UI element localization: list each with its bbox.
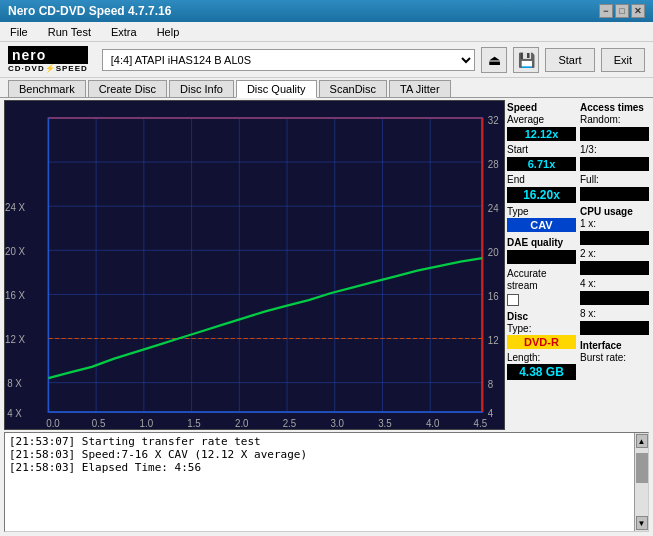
disc-type-header: Disc	[507, 311, 576, 322]
interface-label: Interface	[580, 340, 649, 351]
title-bar-controls: − □ ✕	[599, 4, 645, 18]
svg-text:1.5: 1.5	[187, 418, 201, 429]
speed-label: Speed	[507, 102, 576, 113]
accurate-label: Accurate	[507, 268, 576, 279]
svg-text:0.5: 0.5	[92, 418, 106, 429]
eject-icon-button[interactable]: ⏏	[481, 47, 507, 73]
content-area: 4 X 8 X 12 X 16 X 20 X 24 X 32 28 24 20 …	[0, 98, 653, 432]
nero-logo: nero CD·DVD⚡SPEED	[8, 46, 88, 73]
dae-label: DAE quality	[507, 237, 576, 248]
scroll-thumb[interactable]	[636, 453, 648, 483]
start-button[interactable]: Start	[545, 48, 594, 72]
chart-svg: 4 X 8 X 12 X 16 X 20 X 24 X 32 28 24 20 …	[5, 101, 504, 429]
log-entry-0: [21:53:07] Starting transfer rate test	[9, 435, 630, 448]
chart-container: 4 X 8 X 12 X 16 X 20 X 24 X 32 28 24 20 …	[4, 100, 505, 430]
svg-text:4: 4	[488, 407, 494, 418]
cpu-2x-label: 2 x:	[580, 248, 649, 259]
svg-text:8 X: 8 X	[7, 378, 22, 389]
nero-logo-top: nero	[8, 46, 88, 64]
length-label: Length:	[507, 352, 576, 363]
tab-create-disc[interactable]: Create Disc	[88, 80, 167, 97]
scroll-down-arrow[interactable]: ▼	[636, 516, 648, 530]
menu-bar: File Run Test Extra Help	[0, 22, 653, 42]
svg-text:20: 20	[488, 247, 499, 258]
svg-text:24 X: 24 X	[5, 202, 25, 213]
svg-text:3.0: 3.0	[330, 418, 344, 429]
drive-selector[interactable]: [4:4] ATAPI iHAS124 B AL0S	[102, 49, 476, 71]
scroll-up-arrow[interactable]: ▲	[636, 434, 648, 448]
cpu-4x-label: 4 x:	[580, 278, 649, 289]
log-entry-1: [21:58:03] Speed:7-16 X CAV (12.12 X ave…	[9, 448, 630, 461]
menu-run-test[interactable]: Run Test	[42, 24, 97, 40]
svg-text:16 X: 16 X	[5, 290, 25, 301]
menu-file[interactable]: File	[4, 24, 34, 40]
log-area: [21:53:07] Starting transfer rate test […	[4, 432, 649, 532]
dae-value-box	[507, 250, 576, 264]
svg-text:12 X: 12 X	[5, 334, 25, 345]
disc-type-value: DVD-R	[507, 335, 576, 349]
tab-disc-info[interactable]: Disc Info	[169, 80, 234, 97]
tab-benchmark[interactable]: Benchmark	[8, 80, 86, 97]
accurate-stream-checkbox[interactable]	[507, 294, 519, 306]
maximize-button[interactable]: □	[615, 4, 629, 18]
svg-rect-0	[5, 101, 504, 429]
nero-logo-bottom: CD·DVD⚡SPEED	[8, 64, 88, 73]
stream-label: stream	[507, 280, 576, 291]
tab-disc-quality[interactable]: Disc Quality	[236, 80, 317, 98]
start-value: 6.71x	[507, 157, 576, 171]
tab-ta-jitter[interactable]: TA Jitter	[389, 80, 451, 97]
svg-text:1.0: 1.0	[140, 418, 154, 429]
average-value: 12.12x	[507, 127, 576, 141]
accurate-stream-checkbox-row	[507, 294, 576, 306]
svg-text:8: 8	[488, 379, 494, 390]
minimize-button[interactable]: −	[599, 4, 613, 18]
svg-text:28: 28	[488, 159, 499, 170]
svg-text:16: 16	[488, 291, 499, 302]
random-label: Random:	[580, 114, 649, 125]
svg-text:2.5: 2.5	[283, 418, 297, 429]
svg-text:4 X: 4 X	[7, 407, 22, 418]
disc-type-label: Type:	[507, 323, 576, 334]
end-label: End	[507, 174, 576, 185]
svg-text:0.0: 0.0	[46, 418, 60, 429]
access-times-label: Access times	[580, 102, 649, 113]
one-third-label: 1/3:	[580, 144, 649, 155]
save-icon-button[interactable]: 💾	[513, 47, 539, 73]
right-panel: Speed Average 12.12x Start 6.71x End 16.…	[505, 98, 653, 432]
app-window: Nero CD-DVD Speed 4.7.7.16 − □ ✕ File Ru…	[0, 0, 653, 536]
type-label: Type	[507, 206, 576, 217]
svg-text:4.0: 4.0	[426, 418, 440, 429]
svg-text:12: 12	[488, 335, 499, 346]
random-value	[580, 127, 649, 141]
cpu-1x-value	[580, 231, 649, 245]
close-button[interactable]: ✕	[631, 4, 645, 18]
type-value: CAV	[507, 218, 576, 232]
svg-text:4.5: 4.5	[474, 418, 488, 429]
end-value: 16.20x	[507, 187, 576, 203]
tab-scan-disc[interactable]: ScanDisc	[319, 80, 387, 97]
svg-text:24: 24	[488, 203, 499, 214]
app-title: Nero CD-DVD Speed 4.7.7.16	[8, 4, 599, 18]
tabs-bar: Benchmark Create Disc Disc Info Disc Qua…	[0, 78, 653, 98]
cpu-8x-value	[580, 321, 649, 335]
cpu-8x-label: 8 x:	[580, 308, 649, 319]
svg-text:2.0: 2.0	[235, 418, 249, 429]
full-value	[580, 187, 649, 201]
svg-text:32: 32	[488, 114, 499, 125]
chart-inner: 4 X 8 X 12 X 16 X 20 X 24 X 32 28 24 20 …	[4, 100, 505, 430]
log-content: [21:53:07] Starting transfer rate test […	[5, 433, 634, 531]
cpu-1x-label: 1 x:	[580, 218, 649, 229]
menu-help[interactable]: Help	[151, 24, 186, 40]
log-entry-2: [21:58:03] Elapsed Time: 4:56	[9, 461, 630, 474]
svg-text:20 X: 20 X	[5, 246, 25, 257]
svg-text:3.5: 3.5	[378, 418, 392, 429]
cpu-2x-value	[580, 261, 649, 275]
title-bar: Nero CD-DVD Speed 4.7.7.16 − □ ✕	[0, 0, 653, 22]
start-label: Start	[507, 144, 576, 155]
toolbar: nero CD·DVD⚡SPEED [4:4] ATAPI iHAS124 B …	[0, 42, 653, 78]
exit-button[interactable]: Exit	[601, 48, 645, 72]
one-third-value	[580, 157, 649, 171]
log-scrollbar[interactable]: ▲ ▼	[634, 433, 648, 531]
menu-extra[interactable]: Extra	[105, 24, 143, 40]
burst-rate-label: Burst rate:	[580, 352, 649, 363]
